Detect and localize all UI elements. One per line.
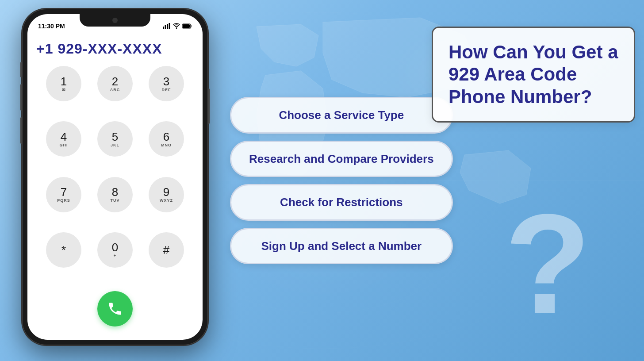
dial-key-9[interactable]: 9 WXYZ: [149, 177, 184, 212]
signal-icon: [163, 23, 171, 29]
phone-call-icon: [107, 301, 123, 317]
dial-key-0[interactable]: 0 +: [97, 232, 133, 268]
call-button[interactable]: [97, 291, 133, 326]
step-check-restrictions-label: Check for Restrictions: [280, 195, 402, 210]
call-row: [27, 287, 203, 340]
status-time: 11:30 PM: [38, 23, 65, 30]
svg-point-8: [176, 27, 177, 29]
phone-screen: 11:30 PM: [27, 14, 203, 340]
phone-power-button: [208, 88, 210, 124]
steps-column: Choose a Service Type Research and Compa…: [230, 97, 453, 264]
svg-rect-7: [169, 23, 170, 29]
step-research-providers-label: Research and Compare Providers: [249, 152, 434, 166]
dial-key-4[interactable]: 4 GHI: [46, 121, 81, 157]
battery-icon: [182, 23, 192, 29]
step-choose-service[interactable]: Choose a Service Type: [230, 97, 453, 134]
phone-volume-down-button: [20, 117, 22, 144]
svg-rect-5: [165, 25, 166, 29]
phone-side-button: [20, 62, 22, 77]
phone-volume-up-button: [20, 84, 22, 111]
svg-rect-10: [183, 24, 190, 28]
svg-rect-6: [167, 24, 168, 29]
step-research-providers[interactable]: Research and Compare Providers: [230, 141, 453, 177]
step-choose-service-label: Choose a Service Type: [279, 108, 404, 123]
step-sign-up-label: Sign Up and Select a Number: [261, 239, 422, 253]
dial-key-5[interactable]: 5 JKL: [97, 121, 133, 157]
dial-pad: 1 ✉ 2 ABC 3 DEF 4 GHI 5 JKL: [27, 61, 203, 287]
dial-key-2[interactable]: 2 ABC: [97, 66, 133, 101]
phone-number-display: +1 929-XXX-XXXX: [27, 34, 203, 61]
phone-camera: [112, 18, 118, 23]
status-icons: [163, 23, 192, 29]
phone-notch: [80, 14, 150, 27]
dial-key-star[interactable]: *: [46, 232, 81, 268]
dial-key-hash[interactable]: #: [149, 232, 184, 268]
step-check-restrictions[interactable]: Check for Restrictions: [230, 184, 453, 221]
dial-key-1[interactable]: 1 ✉: [46, 66, 81, 101]
dial-key-6[interactable]: 6 MNO: [149, 121, 184, 157]
step-sign-up[interactable]: Sign Up and Select a Number: [230, 228, 453, 265]
dial-key-8[interactable]: 8 TUV: [97, 177, 133, 212]
phone-mockup: 11:30 PM: [22, 9, 208, 345]
heading-box: How Can You Get a 929 Area Code Phone Nu…: [432, 27, 635, 123]
dial-key-7[interactable]: 7 PQRS: [46, 177, 81, 212]
wifi-icon: [173, 23, 180, 29]
svg-rect-4: [163, 27, 164, 29]
main-heading: How Can You Get a 929 Area Code Phone Nu…: [448, 41, 618, 108]
dial-key-3[interactable]: 3 DEF: [149, 66, 184, 101]
